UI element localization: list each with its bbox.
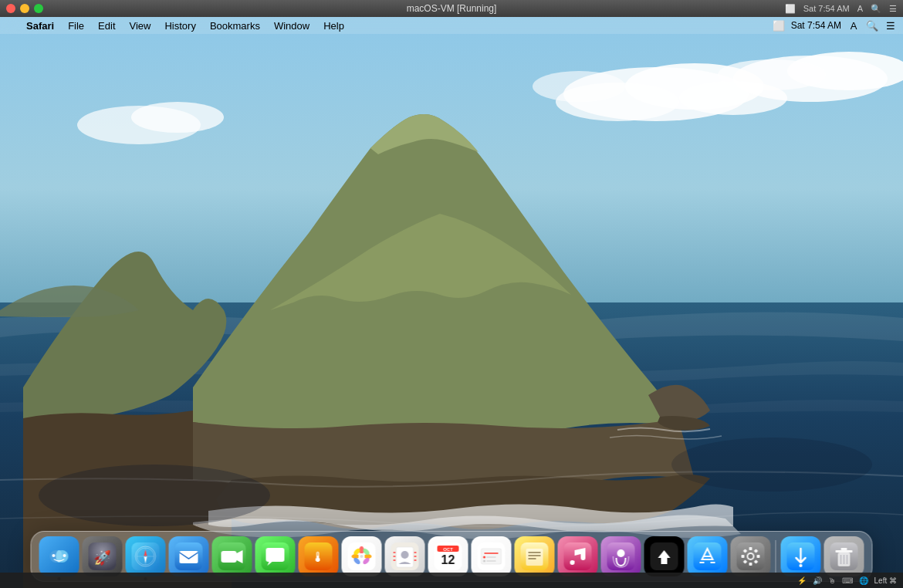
dock-separator (776, 540, 776, 573)
wallpaper-svg (0, 17, 903, 588)
menubar-left: Safari File Edit View History Bookmarks … (0, 17, 350, 34)
dock-launchpad[interactable]: 🚀 (83, 536, 123, 576)
dock-notes[interactable] (515, 536, 555, 576)
input-source-icon[interactable]: A (847, 19, 860, 32)
svg-rect-32 (222, 551, 237, 563)
dock-facetime[interactable] (212, 536, 252, 576)
svg-point-84 (749, 554, 753, 559)
vbox-statusbar: ⚡ 🔊 🖱 ⌨ 🌐 Left ⌘ (0, 573, 903, 588)
view-menu[interactable]: View (123, 17, 157, 34)
edit-menu[interactable]: Edit (92, 17, 121, 34)
svg-rect-53 (394, 556, 396, 557)
vbox-menu-icon: ☰ (889, 4, 897, 14)
svg-point-65 (483, 556, 485, 559)
status-network: 🌐 (859, 576, 868, 585)
svg-rect-54 (394, 559, 396, 561)
vbox-window-controls[interactable] (6, 4, 43, 13)
dock-contacts[interactable] (385, 536, 425, 576)
svg-point-12 (39, 465, 270, 526)
vbox-right-area: ⬜ Sat 7:54 AM A 🔍 ☰ (785, 4, 897, 14)
monitor-icon: ⬜ (785, 4, 796, 14)
svg-rect-98 (841, 548, 847, 550)
dock-mail[interactable] (169, 536, 209, 576)
desktop-wallpaper (0, 17, 903, 588)
svg-rect-57 (414, 559, 417, 561)
dock-temperature[interactable]: 🌡 (299, 536, 339, 576)
svg-rect-86 (749, 563, 752, 566)
svg-text:OCT: OCT (443, 547, 453, 552)
svg-point-67 (483, 560, 485, 563)
dock-safari[interactable] (126, 536, 166, 576)
dock-messages[interactable] (255, 536, 296, 576)
spotlight-icon[interactable]: 🔍 (866, 19, 878, 32)
svg-rect-88 (757, 555, 760, 558)
dock-system-preferences[interactable] (731, 536, 771, 576)
virtualbox-window: macOS-VM [Running] ⬜ Sat 7:54 AM A 🔍 ☰ (0, 0, 903, 588)
svg-point-94 (800, 564, 803, 567)
file-menu[interactable]: File (62, 17, 90, 34)
svg-rect-97 (836, 550, 853, 553)
dock-airdrop[interactable] (781, 536, 821, 576)
svg-point-8 (533, 71, 625, 102)
dock-reminders[interactable] (472, 536, 512, 576)
menu-clock: Sat 7:54 AM (791, 20, 841, 31)
vbox-titlebar: macOS-VM [Running] ⬜ Sat 7:54 AM A 🔍 ☰ (0, 0, 903, 17)
status-mouse: 🖱 (828, 576, 836, 585)
svg-point-10 (131, 102, 224, 133)
macos-menubar: Safari File Edit View History Bookmarks … (0, 17, 903, 34)
macos-screen: Safari File Edit View History Bookmarks … (0, 17, 903, 588)
menubar-right: ⬜ Sat 7:54 AM A 🔍 ☰ (773, 19, 903, 32)
status-usb: ⚡ (797, 576, 807, 585)
svg-point-19 (63, 554, 66, 557)
dock-trash[interactable] (824, 536, 864, 576)
vbox-time: Sat 7:54 AM (803, 4, 850, 13)
svg-rect-70 (526, 549, 543, 566)
svg-point-48 (360, 555, 364, 558)
dock-calendar[interactable]: OCT 12 (428, 536, 468, 576)
svg-point-18 (52, 554, 56, 557)
svg-text:🚀: 🚀 (94, 549, 112, 566)
vbox-title: macOS-VM [Running] (407, 3, 497, 14)
svg-rect-85 (749, 547, 752, 550)
status-audio: 🔊 (813, 576, 822, 585)
dock-music[interactable] (558, 536, 598, 576)
vbox-search-icon: 🔍 (871, 4, 881, 14)
dock-photos[interactable] (342, 536, 382, 576)
dock-appletv[interactable] (644, 536, 685, 576)
vbox-maximize-button[interactable] (34, 4, 43, 13)
status-hostkey: Left ⌘ (874, 576, 897, 585)
svg-text:12: 12 (441, 553, 455, 566)
svg-point-76 (617, 549, 625, 557)
dock-appstore[interactable] (688, 536, 728, 576)
safari-menu[interactable]: Safari (20, 17, 60, 34)
svg-rect-56 (414, 556, 417, 557)
airplay-icon[interactable]: ⬜ (773, 19, 785, 32)
keyboard-a-icon: A (857, 4, 863, 13)
notification-center-icon[interactable]: ☰ (884, 19, 897, 32)
bookmarks-menu[interactable]: Bookmarks (204, 17, 266, 34)
svg-rect-74 (564, 542, 592, 570)
help-menu[interactable]: Help (317, 17, 350, 34)
svg-rect-55 (414, 552, 417, 553)
vbox-close-button[interactable] (6, 4, 15, 13)
status-keyboard: ⌨ (842, 576, 853, 585)
svg-rect-30 (180, 551, 198, 563)
apple-menu[interactable] (6, 17, 19, 34)
svg-point-7 (718, 59, 826, 90)
window-menu[interactable]: Window (268, 17, 316, 34)
svg-rect-87 (742, 555, 745, 558)
svg-rect-52 (394, 552, 396, 553)
dock-finder[interactable] (39, 536, 79, 576)
svg-point-13 (671, 438, 872, 492)
svg-text:🌡: 🌡 (312, 549, 326, 565)
vbox-minimize-button[interactable] (20, 4, 29, 13)
svg-point-51 (401, 551, 409, 559)
dock-podcasts[interactable] (601, 536, 641, 576)
history-menu[interactable]: History (158, 17, 201, 34)
